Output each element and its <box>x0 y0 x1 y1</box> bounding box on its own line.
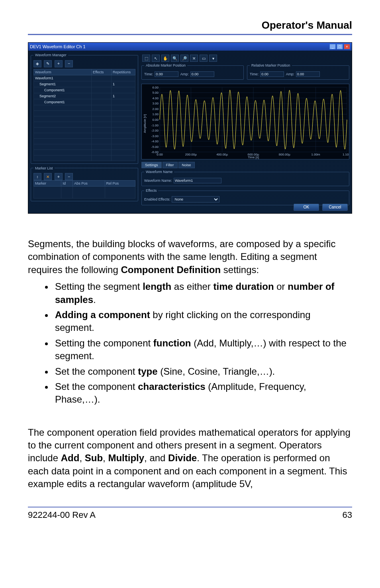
cancel-button[interactable]: Cancel <box>322 204 348 211</box>
svg-text:-2.00: -2.00 <box>151 129 159 132</box>
effects-panel: Effects Enabled Effects: None <box>141 189 349 205</box>
tool-fit-icon[interactable]: ⤧ <box>190 55 198 62</box>
tree-row[interactable]: Waveform1 <box>34 75 135 81</box>
effects-legend: Effects <box>144 189 158 193</box>
maximize-button[interactable]: □ <box>337 44 343 49</box>
plot-ylabel: Amplitude [V] <box>143 114 147 133</box>
tree-row[interactable]: Segment11 <box>34 81 135 87</box>
tool-zoom-out-icon[interactable]: 🔎 <box>180 55 188 62</box>
ml-tool-remove[interactable]: − <box>65 173 73 180</box>
list-item: Setting the component function (Add, Mul… <box>53 337 352 363</box>
window-buttons: _ □ × <box>329 44 350 49</box>
list-item: Set the component characteristics (Ampli… <box>53 380 352 406</box>
wm-tool-new[interactable]: ◈ <box>33 60 41 67</box>
abs-amp-label: Amp: <box>180 72 189 76</box>
waveform-name-legend: Waveform Name <box>144 170 174 174</box>
rel-amp-label: Amp: <box>286 72 294 76</box>
close-button[interactable]: × <box>344 44 350 49</box>
abs-time-label: Time: <box>144 72 153 76</box>
tree-row[interactable]: Segment21 <box>34 93 135 99</box>
titlebar: DEV1 Waveform Editor Ch 1 _ □ × <box>28 43 352 51</box>
rel-marker-panel: Relative Marker Position Time: Amp: <box>247 63 349 80</box>
ml-toolbar: ↕ ✕ + − <box>33 173 135 181</box>
svg-text:-5.00: -5.00 <box>151 145 159 149</box>
svg-text:-3.00: -3.00 <box>151 134 159 138</box>
footer-rule <box>28 507 352 507</box>
tool-menu-icon[interactable]: ▾ <box>209 55 217 62</box>
footer-page-number: 63 <box>343 510 352 520</box>
waveform-manager-panel: Waveform Manager ◈ ✎ + − Waveform Effect… <box>31 53 138 164</box>
abs-marker-panel: Absolute Marker Position Time: Amp: <box>141 63 244 80</box>
svg-text:200.00µ: 200.00µ <box>185 153 197 156</box>
tree-row[interactable]: Component1 <box>34 87 135 93</box>
effects-select[interactable]: None <box>172 196 219 203</box>
tree-col-reps: Repetitions <box>112 69 135 75</box>
svg-text:800.00µ: 800.00µ <box>279 153 290 156</box>
svg-text:1.00: 1.00 <box>152 113 159 116</box>
tool-import-icon[interactable]: ⬚ <box>142 55 150 62</box>
plot-xlabel: Time [s] <box>248 155 259 159</box>
tree-col-effects: Effects <box>92 69 112 75</box>
tool-cursor-icon[interactable]: ↖ <box>152 55 160 62</box>
ml-tool-delete[interactable]: ✕ <box>44 173 52 180</box>
abs-amp-input[interactable] <box>190 71 214 77</box>
svg-text:5.00: 5.00 <box>152 91 159 94</box>
tool-hand-icon[interactable]: ✋ <box>161 55 169 62</box>
body-text: Segments, the building blocks of wavefor… <box>28 238 352 491</box>
list-item: Adding a component by right clicking on … <box>53 309 352 334</box>
rel-amp-input[interactable] <box>296 71 320 77</box>
svg-text:0.00: 0.00 <box>157 153 163 156</box>
abs-time-input[interactable] <box>155 71 178 77</box>
wm-tool-edit[interactable]: ✎ <box>44 60 52 67</box>
svg-text:-1.00: -1.00 <box>151 124 159 127</box>
tree-col-waveform: Waveform <box>34 69 92 75</box>
ok-button[interactable]: OK <box>294 204 319 211</box>
waveform-tree[interactable]: Waveform Effects Repetitions Waveform1 S… <box>33 69 135 161</box>
list-item: Set the component type (Sine, Cosine, Tr… <box>53 365 352 378</box>
svg-text:400.00µ: 400.00µ <box>216 153 228 156</box>
paragraph-2: The component operation field provides m… <box>28 426 352 491</box>
tool-zoom-in-icon[interactable]: 🔍 <box>171 55 179 62</box>
window-title: DEV1 Waveform Editor Ch 1 <box>30 44 86 49</box>
marker-list-panel: Marker List ↕ ✕ + − Marker Id Abs Pos Re… <box>31 166 138 202</box>
wm-tool-add[interactable]: + <box>55 60 63 67</box>
page-footer: 922244-00 Rev A 63 <box>28 510 352 520</box>
page-header: Operator's Manual <box>28 19 352 31</box>
wm-toolbar: ◈ ✎ + − <box>33 59 135 67</box>
waveform-plot[interactable]: 6.005.004.003.002.001.000.00-1.00-2.00-3… <box>141 84 349 159</box>
rel-time-input[interactable] <box>260 71 284 77</box>
waveform-name-input[interactable] <box>174 178 221 183</box>
header-rule <box>28 34 352 35</box>
dialog-buttons: OK Cancel <box>294 204 348 211</box>
tab-filter[interactable]: Filter <box>163 162 178 168</box>
svg-text:3.00: 3.00 <box>152 102 159 105</box>
waveform-name-panel: Waveform Name Waveform Name: <box>141 170 349 186</box>
svg-text:0.00: 0.00 <box>152 118 159 122</box>
svg-text:4.00: 4.00 <box>152 96 159 100</box>
settings-tabs: Settings Filter Noise <box>141 162 349 168</box>
tab-settings[interactable]: Settings <box>141 162 162 168</box>
marker-list-table[interactable]: Marker Id Abs Pos Rel Pos <box>33 180 135 199</box>
wm-tool-remove[interactable]: − <box>65 60 73 67</box>
svg-text:1.10m: 1.10m <box>343 153 349 156</box>
tool-snapshot-icon[interactable]: ▭ <box>200 55 208 62</box>
waveform-manager-legend: Waveform Manager <box>33 53 68 57</box>
ml-col-id: Id <box>61 181 73 187</box>
footer-left: 922244-00 Rev A <box>28 510 96 520</box>
minimize-button[interactable]: _ <box>329 44 336 49</box>
plot-toolbar: ⬚ ↖ ✋ 🔍 🔎 ⤧ ▭ ▾ <box>141 53 349 63</box>
list-item: Setting the segment length as either tim… <box>53 280 352 306</box>
effects-label: Enabled Effects: <box>144 197 170 201</box>
svg-text:-4.00: -4.00 <box>151 140 159 143</box>
bullet-list: Setting the segment length as either tim… <box>28 280 352 406</box>
tab-noise[interactable]: Noise <box>178 162 195 168</box>
ml-tool-cursor[interactable]: ↕ <box>33 173 41 180</box>
svg-text:6.00: 6.00 <box>152 86 159 89</box>
ml-col-marker: Marker <box>34 181 61 187</box>
rel-time-label: Time: <box>250 72 259 76</box>
paragraph-1: Segments, the building blocks of wavefor… <box>28 238 352 276</box>
ml-tool-add[interactable]: + <box>55 173 63 180</box>
tree-row[interactable]: Component1 <box>34 99 135 105</box>
svg-text:2.00: 2.00 <box>152 107 159 111</box>
marker-list-legend: Marker List <box>33 166 55 170</box>
